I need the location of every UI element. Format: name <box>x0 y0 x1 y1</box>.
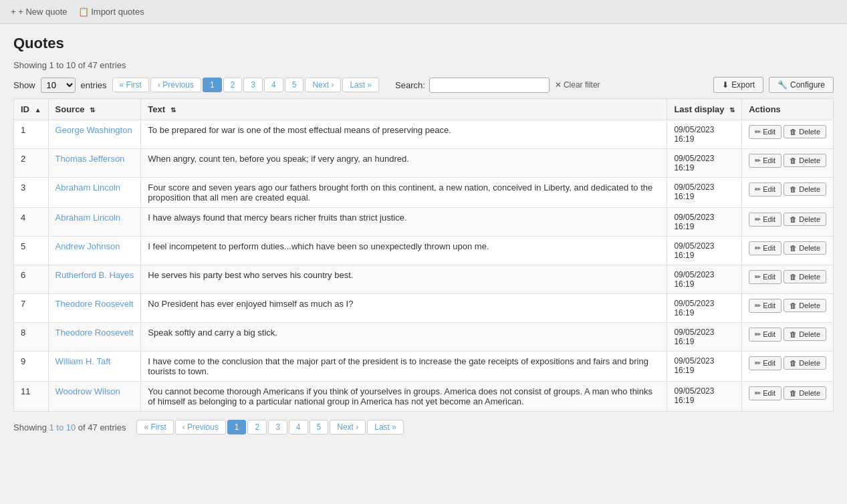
page-3-bottom[interactable]: 3 <box>268 420 287 434</box>
cell-actions: ✏ Edit🗑 Delete <box>742 120 834 149</box>
search-area: Search: <box>395 78 550 93</box>
page-3-top[interactable]: 3 <box>243 78 263 92</box>
cell-id: 6 <box>14 265 49 294</box>
configure-label: Configure <box>790 80 825 90</box>
import-quotes-link[interactable]: 📋 Import quotes <box>78 7 144 17</box>
new-quote-label: + New quote <box>18 7 67 17</box>
page-2-top[interactable]: 2 <box>223 78 243 92</box>
delete-button[interactable]: 🗑 Delete <box>783 386 826 400</box>
search-input[interactable] <box>429 78 550 93</box>
delete-button[interactable]: 🗑 Delete <box>783 328 826 341</box>
page-4-bottom[interactable]: 4 <box>289 420 308 434</box>
next-page-bottom[interactable]: Next › <box>330 420 366 434</box>
cell-id: 7 <box>14 294 49 323</box>
col-last-display[interactable]: Last display ⇅ <box>667 99 742 120</box>
quotes-table: ID ▲ Source ⇅ Text ⇅ Last display ⇅ Acti… <box>13 98 834 412</box>
page-5-top[interactable]: 5 <box>285 78 304 92</box>
delete-button[interactable]: 🗑 Delete <box>783 182 826 196</box>
configure-icon: 🔧 <box>777 80 788 90</box>
sort-icon-source: ⇅ <box>90 106 95 114</box>
delete-button[interactable]: 🗑 Delete <box>783 241 826 255</box>
delete-button[interactable]: 🗑 Delete <box>783 299 826 312</box>
delete-button[interactable]: 🗑 Delete <box>783 125 826 138</box>
cell-source: William H. Taft <box>48 352 141 382</box>
cell-last-display: 09/05/202316:19 <box>667 382 742 412</box>
page-5-bottom[interactable]: 5 <box>310 420 329 434</box>
configure-button[interactable]: 🔧 Configure <box>769 77 834 93</box>
cell-text: Speak softly and carry a big stick. <box>141 323 667 352</box>
cell-actions: ✏ Edit🗑 Delete <box>742 294 834 323</box>
last-page-top[interactable]: Last » <box>342 78 379 92</box>
page-1-bottom[interactable]: 1 <box>227 420 247 434</box>
show-label: Show <box>13 80 35 90</box>
previous-page-bottom[interactable]: ‹ Previous <box>175 420 226 434</box>
table-row: 7Theodore RooseveltNo President has ever… <box>14 294 834 323</box>
import-quotes-label: Import quotes <box>91 7 144 17</box>
cell-actions: ✏ Edit🗑 Delete <box>742 208 834 237</box>
x-icon: ✕ <box>555 80 562 90</box>
export-icon: ⬇ <box>722 80 729 90</box>
edit-button[interactable]: ✏ Edit <box>749 386 781 400</box>
delete-button[interactable]: 🗑 Delete <box>783 213 826 226</box>
delete-button[interactable]: 🗑 Delete <box>783 356 826 370</box>
page-1-top[interactable]: 1 <box>203 78 222 92</box>
showing-info: Showing 1 to 10 of 47 entries <box>13 60 834 70</box>
table-row: 2Thomas JeffersonWhen angry, count ten, … <box>14 149 834 178</box>
sort-icon-last-display: ⇅ <box>729 106 735 114</box>
clear-filter-button[interactable]: ✕ Clear filter <box>555 80 600 90</box>
cell-actions: ✏ Edit🗑 Delete <box>742 149 834 178</box>
table-row: 4Abraham LincolnI have always found that… <box>14 208 834 237</box>
sort-icon-text: ⇅ <box>170 106 176 114</box>
first-page-top[interactable]: « First <box>112 78 149 92</box>
edit-button[interactable]: ✏ Edit <box>749 328 781 342</box>
edit-button[interactable]: ✏ Edit <box>749 299 781 313</box>
cell-text: When angry, count ten, before you speak;… <box>141 149 667 178</box>
export-button[interactable]: ⬇ Export <box>713 77 763 93</box>
cell-actions: ✏ Edit🗑 Delete <box>742 237 834 265</box>
pagination-bottom: « First ‹ Previous 1 2 3 4 5 Next › Last… <box>136 420 404 434</box>
previous-page-top[interactable]: ‹ Previous <box>150 78 201 92</box>
edit-button[interactable]: ✏ Edit <box>749 241 781 255</box>
cell-id: 1 <box>14 120 49 149</box>
bottom-bar: Showing 1 to 10 of 47 entries « First ‹ … <box>13 413 834 441</box>
cell-text: You cannot become thorough Americans if … <box>141 382 667 412</box>
pagination-top: « First ‹ Previous 1 2 3 4 5 Next › Last… <box>112 78 380 92</box>
table-row: 1George WashingtonTo be prepared for war… <box>14 120 834 149</box>
delete-button[interactable]: 🗑 Delete <box>783 270 826 283</box>
clear-filter-label: Clear filter <box>564 80 600 90</box>
main-content: Quotes Showing 1 to 10 of 47 entries Sho… <box>0 24 847 452</box>
right-buttons: ⬇ Export 🔧 Configure <box>713 77 834 93</box>
col-source[interactable]: Source ⇅ <box>48 99 141 120</box>
table-row: 11Woodrow WilsonYou cannot become thorou… <box>14 382 834 412</box>
edit-button[interactable]: ✏ Edit <box>749 125 781 139</box>
cell-id: 4 <box>14 208 49 237</box>
edit-button[interactable]: ✏ Edit <box>749 213 781 227</box>
table-row: 8Theodore RooseveltSpeak softly and carr… <box>14 323 834 352</box>
cell-source: Woodrow Wilson <box>48 382 141 412</box>
cell-actions: ✏ Edit🗑 Delete <box>742 382 834 412</box>
edit-button[interactable]: ✏ Edit <box>749 270 781 284</box>
next-page-top[interactable]: Next › <box>305 78 341 92</box>
last-page-bottom[interactable]: Last » <box>367 420 404 434</box>
delete-button[interactable]: 🗑 Delete <box>783 154 826 167</box>
edit-button[interactable]: ✏ Edit <box>749 356 781 370</box>
page-2-bottom[interactable]: 2 <box>247 420 267 434</box>
bottom-showing: Showing 1 to 10 of 47 entries <box>13 422 126 432</box>
cell-actions: ✏ Edit🗑 Delete <box>742 323 834 352</box>
cell-id: 5 <box>14 237 49 265</box>
col-id[interactable]: ID ▲ <box>14 99 49 120</box>
page-4-top[interactable]: 4 <box>264 78 283 92</box>
page-title: Quotes <box>13 35 834 52</box>
new-quote-link[interactable]: + + New quote <box>11 7 68 17</box>
cell-last-display: 09/05/202316:19 <box>667 323 742 352</box>
cell-text: I have always found that mercy bears ric… <box>141 208 667 237</box>
topbar: + + New quote 📋 Import quotes <box>0 0 847 24</box>
table-row: 3Abraham LincolnFour score and seven yea… <box>14 178 834 208</box>
cell-actions: ✏ Edit🗑 Delete <box>742 265 834 294</box>
edit-button[interactable]: ✏ Edit <box>749 182 781 197</box>
show-select[interactable]: 10 25 50 100 <box>41 78 76 93</box>
cell-id: 11 <box>14 382 49 412</box>
first-page-bottom[interactable]: « First <box>136 420 173 434</box>
edit-button[interactable]: ✏ Edit <box>749 154 781 168</box>
table-row: 5Andrew JohnsonI feel incompetent to per… <box>14 237 834 265</box>
